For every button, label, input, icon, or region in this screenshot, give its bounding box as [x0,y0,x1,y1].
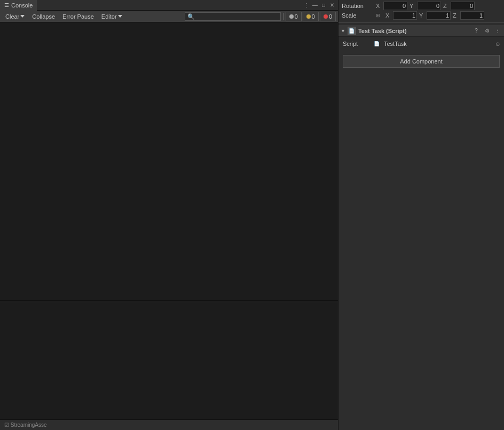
add-component-area: Add Component [338,51,504,72]
scale-x-label: X [385,12,392,19]
script-locate-button[interactable]: ⊙ [495,41,500,47]
script-ref-icon: 📄 [374,41,380,46]
scale-x-input[interactable] [393,11,417,20]
rotation-y-label: Y [410,3,416,9]
error-pause-button[interactable]: Error Pause [59,12,97,21]
info-badge[interactable]: 0 [286,12,302,21]
script-locate-icon: ⊙ [495,41,500,47]
component-settings-button[interactable]: ⚙ [483,27,491,35]
script-label: Script [343,41,369,47]
scale-y-field: Y [419,11,451,20]
warning-dot [306,14,311,19]
component-icon: 📄 [349,28,355,34]
component-menu-button[interactable]: ⋮ [493,27,502,35]
rotation-x-label: X [376,3,382,9]
toolbar-separator [283,13,284,20]
console-panel: ☰ Console ⋮ — □ ✕ Clear Collapse Error P… [0,0,338,430]
console-toolbar: Clear Collapse Error Pause Editor 0 0 0 [0,11,338,22]
editor-button[interactable]: Editor [98,12,125,21]
clear-dropdown-icon [20,15,25,18]
search-input[interactable] [185,12,281,21]
inspector-divider [338,22,504,23]
editor-label: Editor [101,13,117,20]
console-tab[interactable]: ☰ Console [0,0,37,11]
component-title: Test Task (Script) [358,28,470,34]
rotation-z-input[interactable] [451,2,475,10]
more-options-button[interactable]: ⋮ [303,2,310,9]
console-tab-bar: ☰ Console ⋮ — □ ✕ [0,0,338,11]
error-dot [324,14,328,19]
console-tab-label: Console [11,2,33,9]
rotation-z-field: Z [443,2,475,10]
component-body: Script 📄 TestTask ⊙ [338,37,504,51]
console-detail-area [0,302,338,419]
test-task-component: ▼ 📄 Test Task (Script) ? ⚙ ⋮ Script 📄 Te… [338,25,504,51]
close-button[interactable]: ✕ [328,2,336,9]
maximize-button[interactable]: □ [320,2,327,9]
script-ref-name: TestTask [384,41,407,47]
inspector-panel: Rotation X Y Z Scale ⊞ X Y [338,0,504,430]
transform-rotation-section: Rotation X Y Z Scale ⊞ X Y [338,0,504,21]
console-icon: ☰ [4,2,9,8]
error-badge[interactable]: 0 [320,12,336,21]
console-log-area [0,22,338,300]
scale-z-label: Z [453,12,459,19]
scale-z-field: Z [453,11,484,20]
component-help-button[interactable]: ? [472,27,481,35]
scale-z-input[interactable] [460,11,484,20]
info-count: 0 [295,13,298,20]
rotation-x-input[interactable] [383,2,407,10]
rotation-label: Rotation [342,3,374,9]
rotation-y-field: Y [410,2,441,10]
bottom-bar-text: ☑ StreamingAsse [4,422,47,428]
rotation-z-label: Z [443,3,450,9]
scale-y-input[interactable] [427,11,451,20]
scale-link-icon: ⊞ [376,13,383,18]
collapse-button[interactable]: Collapse [29,12,58,21]
tab-controls: ⋮ — □ ✕ [303,2,338,9]
component-header[interactable]: ▼ 📄 Test Task (Script) ? ⚙ ⋮ [338,25,504,37]
scale-row: Scale ⊞ X Y Z [341,11,502,20]
rotation-y-input[interactable] [417,2,441,10]
rotation-row: Rotation X Y Z [341,1,502,11]
minimize-button[interactable]: — [311,2,319,9]
warning-badge[interactable]: 0 [303,12,319,21]
scale-x-field: X [385,11,417,20]
editor-dropdown-icon [118,15,122,18]
console-bottom-bar: ☑ StreamingAsse [0,419,338,430]
warning-count: 0 [312,13,315,20]
scale-label: Scale [342,12,374,19]
info-dot [289,14,294,19]
component-expand-icon: ▼ [341,28,345,34]
add-component-button[interactable]: Add Component [343,55,500,68]
scale-y-label: Y [419,12,426,19]
clear-button[interactable]: Clear [2,12,28,21]
clear-label: Clear [5,13,19,20]
component-icon-box: 📄 [348,27,356,35]
error-count: 0 [329,13,332,20]
script-row: Script 📄 TestTask ⊙ [343,39,500,49]
rotation-x-field: X [376,2,407,10]
